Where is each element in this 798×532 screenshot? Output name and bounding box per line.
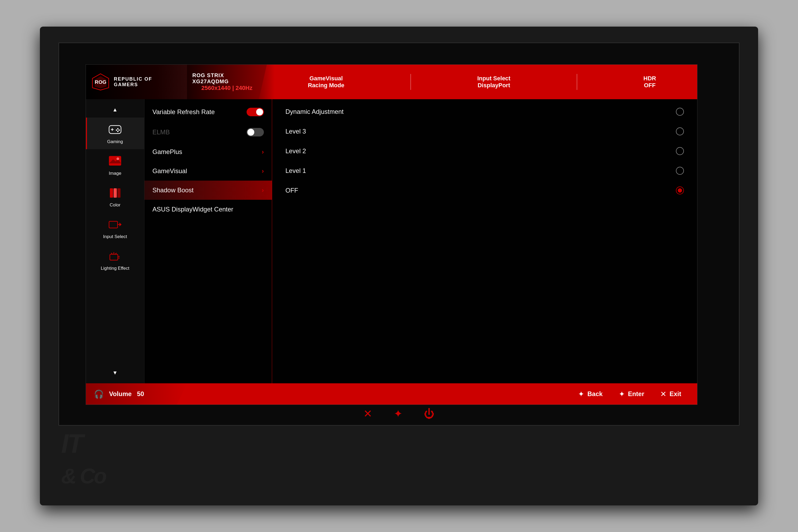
monitor-screen: ROG REPUBLIC OF GAMERS ROG STRIX XG27AQD… bbox=[58, 42, 740, 425]
volume-value: 50 bbox=[137, 390, 144, 398]
sidebar-item-color[interactable]: Color bbox=[86, 181, 144, 212]
sidebar-down-arrow[interactable]: ▼ bbox=[110, 367, 120, 379]
svg-point-6 bbox=[117, 128, 119, 130]
model-name: ROG STRIX XG27AQDMG bbox=[192, 72, 262, 84]
enter-icon: ✦ bbox=[619, 390, 625, 398]
exit-icon: ✕ bbox=[660, 390, 666, 398]
monitor-close-btn[interactable]: ✕ bbox=[363, 407, 373, 420]
header-info-section: GameVisual Racing Mode Input Select Disp… bbox=[267, 65, 697, 99]
header-logo-section: ROG REPUBLIC OF GAMERS bbox=[86, 65, 187, 99]
svg-point-7 bbox=[119, 130, 120, 131]
monitor-nav-btn[interactable]: ✦ bbox=[394, 407, 403, 420]
sidebar-item-gaming[interactable]: Gaming bbox=[86, 118, 144, 149]
menu-item-asus-displaywidget[interactable]: ASUS DisplayWidget Center bbox=[145, 200, 272, 219]
game-visual-label: GameVisual bbox=[309, 75, 343, 82]
shadow-boost-right: › bbox=[262, 187, 264, 194]
option-level2[interactable]: Level 2 bbox=[272, 141, 697, 161]
hdr-label: HDR bbox=[643, 75, 656, 82]
toggle-knob bbox=[256, 109, 263, 115]
back-icon: ✦ bbox=[578, 390, 584, 398]
input-select-label: Input Select bbox=[477, 75, 510, 82]
dynamic-adjustment-radio[interactable] bbox=[676, 108, 684, 116]
option-dynamic-adjustment[interactable]: Dynamic Adjustment bbox=[272, 102, 697, 121]
header-sep-1 bbox=[411, 74, 411, 90]
menu-item-variable-refresh-rate[interactable]: Variable Refresh Rate bbox=[145, 102, 272, 122]
shadow-boost-chevron: › bbox=[262, 187, 264, 194]
input-select-icon bbox=[108, 217, 122, 232]
volume-label: Volume bbox=[109, 390, 132, 398]
options-panel: Dynamic Adjustment Level 3 Level 2 bbox=[272, 99, 697, 383]
brand-line2: GAMERS bbox=[114, 82, 152, 88]
header-model-section: ROG STRIX XG27AQDMG 2560x1440 | 240Hz bbox=[187, 65, 267, 99]
level2-radio[interactable] bbox=[676, 147, 684, 155]
dynamic-adjustment-label: Dynamic Adjustment bbox=[285, 108, 344, 115]
option-off[interactable]: OFF bbox=[272, 180, 697, 200]
svg-rect-19 bbox=[110, 254, 118, 260]
gamevisual-label: GameVisual bbox=[152, 167, 187, 175]
level1-radio[interactable] bbox=[676, 167, 684, 175]
input-select-value: DisplayPort bbox=[477, 82, 510, 89]
off-radio[interactable] bbox=[676, 187, 684, 194]
exit-label: Exit bbox=[669, 390, 681, 398]
sidebar-down-arrow-section: ▼ bbox=[86, 365, 144, 381]
level3-radio[interactable] bbox=[676, 128, 684, 135]
svg-text:ROG: ROG bbox=[95, 79, 107, 85]
headphone-icon: 🎧 bbox=[94, 390, 104, 399]
menu-item-gameplus[interactable]: GamePlus › bbox=[145, 142, 272, 162]
sidebar-color-label: Color bbox=[110, 203, 120, 208]
menu-item-shadow-boost[interactable]: Shadow Boost › bbox=[145, 180, 272, 200]
level1-label: Level 1 bbox=[285, 167, 306, 174]
image-icon bbox=[108, 154, 122, 169]
option-level3[interactable]: Level 3 bbox=[272, 121, 697, 141]
gamevisual-right: › bbox=[262, 167, 264, 175]
osd-body: ▲ Gaming bbox=[86, 99, 697, 383]
menu-item-gamevisual[interactable]: GameVisual › bbox=[145, 162, 272, 180]
header-hdr: HDR OFF bbox=[643, 75, 656, 89]
monitor-power-btn[interactable]: ⏻ bbox=[424, 408, 435, 420]
osd-bottom: 🎧 Volume 50 ✦ Back ✦ Enter ✕ Exit bbox=[86, 383, 697, 404]
sidebar-item-input-select[interactable]: Input Select bbox=[86, 212, 144, 244]
menu-item-elmb[interactable]: ELMB bbox=[145, 122, 272, 142]
elmb-label: ELMB bbox=[152, 129, 170, 136]
level3-label: Level 3 bbox=[285, 128, 306, 135]
gameplus-right: › bbox=[262, 148, 264, 156]
header-sep-2 bbox=[577, 74, 577, 90]
bottom-controls: ✦ Back ✦ Enter ✕ Exit bbox=[187, 390, 697, 398]
enter-label: Enter bbox=[628, 390, 644, 398]
lighting-effect-icon bbox=[108, 249, 122, 264]
back-button[interactable]: ✦ Back bbox=[578, 390, 603, 398]
gameplus-label: GamePlus bbox=[152, 148, 182, 156]
sidebar-up-arrow-section: ▲ bbox=[86, 102, 144, 118]
header-input-select: Input Select DisplayPort bbox=[477, 75, 510, 89]
svg-rect-14 bbox=[114, 188, 117, 198]
elmb-toggle[interactable] bbox=[247, 128, 264, 136]
bottom-volume-section: 🎧 Volume 50 bbox=[86, 383, 187, 404]
svg-rect-15 bbox=[117, 188, 120, 198]
osd-container: ROG REPUBLIC OF GAMERS ROG STRIX XG27AQD… bbox=[86, 64, 698, 405]
back-label: Back bbox=[587, 390, 603, 398]
level2-label: Level 2 bbox=[285, 147, 306, 155]
sidebar-up-arrow[interactable]: ▲ bbox=[110, 104, 120, 115]
monitor-outer: ROG REPUBLIC OF GAMERS ROG STRIX XG27AQD… bbox=[40, 26, 758, 506]
header-brand-text: REPUBLIC OF GAMERS bbox=[114, 76, 152, 88]
sidebar-lighting-effect-label: Lighting Effect bbox=[101, 266, 129, 271]
sidebar-item-lighting-effect[interactable]: Lighting Effect bbox=[86, 244, 144, 276]
svg-rect-13 bbox=[110, 188, 113, 198]
hdr-value: OFF bbox=[644, 82, 656, 89]
svg-point-8 bbox=[116, 130, 117, 131]
elmb-toggle-knob bbox=[247, 129, 254, 136]
color-icon bbox=[108, 186, 122, 200]
variable-refresh-rate-toggle[interactable] bbox=[247, 108, 264, 116]
exit-button[interactable]: ✕ Exit bbox=[660, 390, 681, 398]
option-level1[interactable]: Level 1 bbox=[272, 161, 697, 180]
gaming-icon bbox=[108, 122, 122, 137]
svg-point-9 bbox=[117, 131, 119, 132]
brand-line1: REPUBLIC OF bbox=[114, 76, 152, 82]
osd-header: ROG REPUBLIC OF GAMERS ROG STRIX XG27AQD… bbox=[86, 65, 697, 99]
asus-displaywidget-label: ASUS DisplayWidget Center bbox=[152, 206, 233, 213]
game-visual-value: Racing Mode bbox=[308, 82, 344, 89]
sidebar-item-image[interactable]: Image bbox=[86, 149, 144, 181]
enter-button[interactable]: ✦ Enter bbox=[619, 390, 644, 398]
watermark: IT& Co bbox=[61, 428, 106, 490]
rog-logo-icon: ROG bbox=[91, 73, 110, 91]
